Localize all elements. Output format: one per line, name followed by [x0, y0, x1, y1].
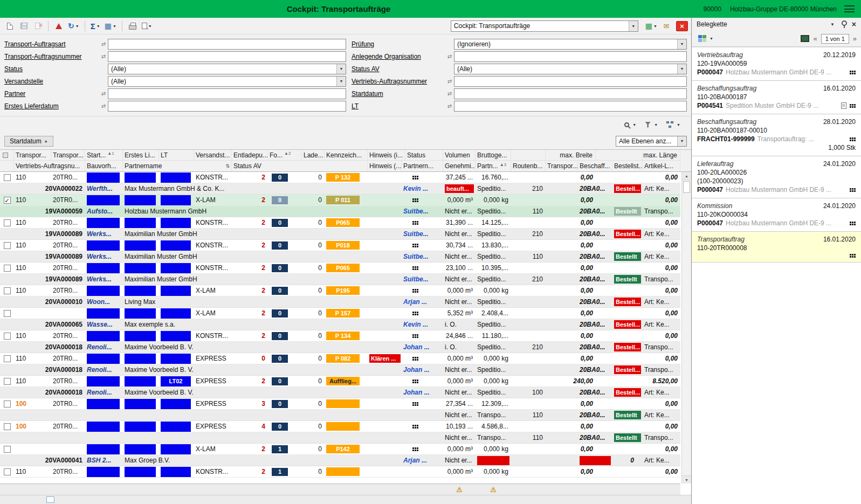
- row-checkbox[interactable]: [4, 310, 11, 317]
- row-checkbox[interactable]: [4, 355, 11, 362]
- filter-input[interactable]: [454, 88, 687, 99]
- sort-chip-startdatum[interactable]: Startdatum ▲: [4, 136, 53, 147]
- filter-label[interactable]: Partner: [4, 90, 99, 98]
- filter-label[interactable]: Startdatum: [352, 90, 445, 98]
- filter-label[interactable]: Transport-Auftragsart: [4, 40, 99, 48]
- column-header[interactable]: Volumen: [443, 150, 476, 160]
- save-button[interactable]: [17, 19, 30, 32]
- belegkette-card[interactable]: Lieferauftrag24.01.2020100-20LA000026(10…: [692, 156, 861, 198]
- filter-select[interactable]: (Alle)▼: [454, 64, 687, 74]
- column-header[interactable]: Versandst...: [194, 150, 232, 160]
- column-header[interactable]: Routenb...: [511, 161, 546, 171]
- column-header[interactable]: Transpor...: [51, 150, 85, 160]
- row-checkbox[interactable]: [4, 242, 11, 249]
- column-header[interactable]: Beschaff...: [578, 161, 612, 171]
- grid-export-button[interactable]: ▦▼: [644, 19, 659, 32]
- column-header[interactable]: Partnern...: [402, 161, 443, 171]
- column-header[interactable]: Partn...▲3: [476, 161, 511, 171]
- column-header[interactable]: Artikel-L...: [643, 161, 680, 171]
- belegkette-card[interactable]: Kommission24.01.2020110-20KO000034P00004…: [692, 198, 861, 232]
- order-subrow[interactable]: 19VA000089Werks...Maximilian Muster GmbH…: [0, 274, 680, 285]
- filter-input[interactable]: [108, 101, 346, 112]
- transport-row[interactable]: 11020TR0...X-LAM200P1950,000 m³0,000 kg0…: [0, 285, 680, 296]
- filter-select[interactable]: (Alle)▼: [108, 64, 346, 74]
- link-icon[interactable]: ⇄: [99, 103, 108, 109]
- row-checkbox[interactable]: [4, 446, 11, 453]
- filter-button[interactable]: ▼: [643, 119, 660, 130]
- transport-row[interactable]: 11020TR0...EXPRESS000P 082Klären ...0,00…: [0, 353, 680, 364]
- screen-icon[interactable]: [801, 35, 809, 42]
- filter-select[interactable]: (Ignorieren)▼: [454, 39, 687, 50]
- link-icon[interactable]: ⇄: [445, 78, 454, 84]
- transport-row[interactable]: 11020TR0...KONSTR...2100,000 m³0,000 kg0…: [0, 466, 680, 478]
- filter-label[interactable]: Transport-Auftragsnummer: [4, 53, 99, 60]
- belegkette-card[interactable]: Beschaffungsauftrag28.01.2020110-20BA000…: [692, 114, 861, 156]
- filter-input[interactable]: [454, 51, 687, 62]
- dropdown-caret-icon[interactable]: ▼: [75, 24, 79, 28]
- transport-row[interactable]: 11020TR0...KONSTR...200P 13424,846 ...11…: [0, 330, 680, 342]
- table-view-button[interactable]: ▦▼: [103, 19, 118, 32]
- column-header[interactable]: [511, 150, 546, 160]
- print-button[interactable]: [126, 19, 139, 32]
- link-icon[interactable]: ⇄: [445, 53, 454, 59]
- filter-input[interactable]: [454, 101, 687, 112]
- group-button[interactable]: ▼: [664, 119, 683, 130]
- order-subrow[interactable]: 20VA000041BSH 2...Max Groep B.V.Arjan ..…: [0, 455, 680, 466]
- filter-select[interactable]: (Alle)▼: [108, 76, 346, 87]
- row-checkbox[interactable]: [4, 287, 11, 294]
- filter-label[interactable]: Vertriebs-Auftragsnummer: [352, 78, 445, 85]
- transport-row[interactable]: ✓11020TR0...X-LAM200P 0110,000 m³0,000 k…: [0, 195, 680, 206]
- design-button[interactable]: [52, 19, 65, 32]
- filter-label[interactable]: Status AV: [352, 65, 445, 73]
- column-header[interactable]: max. Breite: [546, 150, 596, 160]
- row-checkbox[interactable]: ✓: [4, 197, 11, 204]
- link-icon[interactable]: ⇄: [99, 41, 108, 47]
- dropdown-arrow-icon[interactable]: ▼: [629, 21, 638, 31]
- transport-row[interactable]: X-LAM200P 1575,352 m³2.408,4...0,000,00: [0, 308, 680, 319]
- scroll-down-icon[interactable]: ▼: [682, 475, 691, 484]
- column-header[interactable]: Transpor...: [14, 150, 51, 160]
- transport-row[interactable]: 10020TR0...EXPRESS30027,354 ...12.309,..…: [0, 398, 680, 410]
- order-subrow[interactable]: 20VA000010Woon...Living MaxArjan ...Nich…: [0, 296, 680, 308]
- row-checkbox[interactable]: [4, 401, 11, 408]
- hscrollbar-thumb[interactable]: [46, 496, 54, 503]
- dropdown-arrow-icon[interactable]: ▼: [336, 64, 346, 74]
- transport-row[interactable]: 11020TR0...KONSTR...200P01830,734 ...13.…: [0, 240, 680, 251]
- column-header[interactable]: Bruttoge...: [476, 150, 511, 160]
- next-page-icon[interactable]: »: [853, 34, 857, 43]
- mail-button[interactable]: ✉: [660, 19, 673, 32]
- dropdown-arrow-icon[interactable]: ▼: [677, 39, 686, 49]
- column-header[interactable]: Erstes Li...: [123, 150, 159, 160]
- transport-row[interactable]: 11020TR0...KONSTR...200P 13237,245 ...16…: [0, 172, 680, 183]
- order-subrow[interactable]: 19VA000089Werks...Maximilian Muster GmbH…: [0, 251, 680, 263]
- refresh-button[interactable]: ↻▼: [66, 19, 81, 32]
- filter-input[interactable]: [108, 88, 346, 99]
- column-header[interactable]: Vertriebs-Auftragsnu...: [14, 161, 85, 171]
- new-document-button[interactable]: [3, 19, 16, 32]
- order-subrow[interactable]: 20VA000018Renoli...Maxime Voorbeeld B. V…: [0, 364, 680, 376]
- prev-page-icon[interactable]: «: [813, 34, 817, 43]
- row-checkbox[interactable]: [4, 333, 11, 340]
- column-header[interactable]: Start...▲1: [85, 150, 123, 160]
- levels-selector[interactable]: Alle Ebenen anz... ▼: [616, 136, 687, 147]
- column-header[interactable]: Fo...▲2: [268, 150, 302, 160]
- filter-input[interactable]: [454, 76, 687, 87]
- filter-label[interactable]: Anlegende Organisation: [352, 53, 445, 60]
- menu-icon[interactable]: [844, 5, 855, 12]
- column-header[interactable]: Status: [405, 150, 443, 160]
- column-header[interactable]: Entladepu...: [232, 150, 268, 160]
- link-icon[interactable]: ⇄: [445, 103, 454, 109]
- order-subrow[interactable]: 20VA000065Wasse...Max exemple s.a.Kevin …: [0, 319, 680, 330]
- order-subrow[interactable]: 20VA000022Werfth...Max Mustermann GmbH &…: [0, 183, 680, 195]
- filter-input[interactable]: [108, 39, 346, 50]
- delete-button[interactable]: [31, 19, 44, 32]
- dropdown-arrow-icon[interactable]: ▼: [677, 136, 686, 146]
- view-selector[interactable]: Cockpit: Transportaufträge ▼: [451, 20, 638, 32]
- dropdown-caret-icon[interactable]: ▼: [653, 24, 657, 28]
- dropdown-caret-icon[interactable]: ▼: [97, 24, 100, 28]
- dropdown-caret-icon[interactable]: ▼: [710, 37, 713, 40]
- column-header[interactable]: Hinweis (...: [368, 161, 402, 171]
- column-header[interactable]: Kennzeich...: [325, 150, 368, 160]
- link-icon[interactable]: ⇄: [99, 53, 108, 59]
- column-header[interactable]: [0, 161, 14, 171]
